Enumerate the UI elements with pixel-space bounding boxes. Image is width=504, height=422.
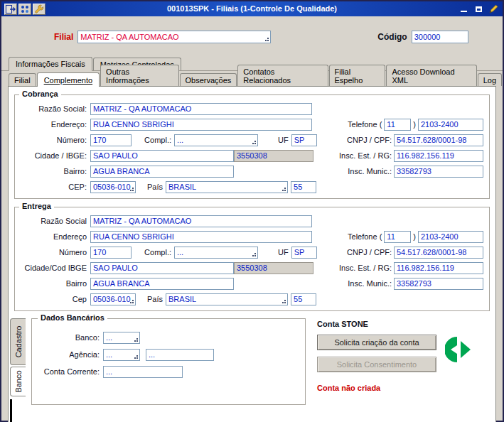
minimize-icon	[461, 11, 467, 12]
razao-social-input[interactable]: MATRIZ - QA AUTOMACAO	[90, 103, 312, 115]
pais-input[interactable]: BRASIL	[166, 181, 288, 193]
filial-label: Filial	[54, 32, 73, 42]
wrench-icon	[34, 4, 44, 14]
bairro-input[interactable]: AGUA BRANCA	[90, 166, 234, 178]
insc-mun-label: Insc. Munic.:	[348, 167, 392, 175]
cnpj-label: CNPJ / CPF:	[347, 248, 392, 256]
numero-label: Número	[19, 248, 90, 256]
cidade-ibge-label: Cidade / IBGE:	[19, 151, 90, 160]
entrega-right-column: Telefone ( 11 ) 2103-2400 CNPJ / CPF: 54…	[313, 229, 483, 291]
insc-est-label: Insc. Est. / RG:	[339, 264, 392, 272]
stone-logo-icon	[445, 335, 473, 364]
cobranca-group: Cobrança Razão Social: MATRIZ - QA AUTOM…	[14, 94, 490, 199]
tab-label: Filial Espelho	[335, 67, 363, 85]
filial-input[interactable]: MATRIZ - QA AUTOMACAO	[77, 31, 271, 43]
telefone-numero-input[interactable]: 2103-2400	[418, 119, 483, 131]
record-header: Filial MATRIZ - QA AUTOMACAO Código 3000…	[1, 16, 503, 57]
insc-mun-input[interactable]: 33582793	[394, 278, 483, 290]
dados-bancarios-group: Dados Bancários Banco: ... Agência: ... …	[31, 318, 306, 405]
codigo-label: Código	[377, 32, 407, 42]
numero-input[interactable]: 170	[90, 247, 132, 259]
tab-outras-informacoes[interactable]: Outras Informações	[100, 65, 178, 86]
telefone-ddd-input[interactable]: 11	[384, 231, 411, 243]
cep-input[interactable]: 05036-010	[90, 181, 136, 193]
solicita-consentimento-button[interactable]: Solicita Consentimento	[317, 357, 436, 372]
edit-pencil-button[interactable]	[488, 4, 500, 14]
telefone-label-close: )	[413, 232, 416, 241]
telefone-label-open: Telefone (	[348, 232, 382, 241]
tab-complemento[interactable]: Complemento	[37, 72, 100, 87]
app-window: 001013SPK - Filiais (1-Controle De Quali…	[0, 0, 504, 422]
tab-label: Outras Informações	[106, 67, 149, 85]
tab-label: Log	[483, 76, 496, 85]
agencia-label: Agência:	[38, 350, 103, 359]
maximize-button[interactable]	[473, 4, 485, 14]
compl-label: Compl.:	[140, 248, 174, 256]
compl-input[interactable]: ...	[174, 247, 258, 259]
dados-bancarios-title: Dados Bancários	[38, 313, 107, 322]
pais-input[interactable]: BRASIL	[166, 293, 288, 305]
razao-social-label: Razão Social:	[19, 104, 90, 113]
endereco-label: Endereço	[19, 232, 90, 241]
codigo-input[interactable]: 300000	[412, 31, 468, 43]
ibge-readonly-field: 3550308	[234, 262, 313, 274]
endereco-input[interactable]: RUA CENNO SBRIGHI	[90, 231, 312, 243]
cep-label: Cep	[19, 295, 90, 303]
razao-social-label: Razão Social	[19, 217, 90, 225]
tab-label: Acesso Download XML	[392, 67, 454, 85]
telefone-ddd-input[interactable]: 11	[384, 119, 411, 131]
cidade-input[interactable]: SAO PAULO	[90, 150, 234, 162]
cnpj-input[interactable]: 54.517.628/0001-98	[394, 247, 483, 259]
conta-corrente-input[interactable]: ...	[103, 366, 183, 378]
telefone-numero-input[interactable]: 2103-2400	[418, 231, 483, 243]
cidade-input[interactable]: SAO PAULO	[90, 262, 234, 274]
tab-filial-espelho[interactable]: Filial Espelho	[329, 65, 386, 86]
cep-input[interactable]: 05036-010	[90, 293, 136, 305]
tab-log[interactable]: Log	[478, 73, 502, 86]
insc-est-input[interactable]: 116.982.156.119	[394, 262, 483, 274]
title-bar[interactable]: 001013SPK - Filiais (1-Controle De Quali…	[1, 1, 503, 16]
insc-mun-input[interactable]: 33582793	[394, 166, 483, 178]
agencia-nome-input[interactable]: ...	[146, 349, 214, 361]
ddi-input[interactable]: 55	[291, 181, 316, 193]
compl-input[interactable]: ...	[174, 134, 258, 146]
telefone-label-open: Telefone (	[348, 120, 382, 129]
tab-label: Contatos Relacionados	[243, 67, 291, 85]
entrega-title: Entrega	[19, 202, 54, 210]
numero-input[interactable]: 170	[90, 134, 132, 146]
minimize-button[interactable]	[458, 4, 470, 14]
conta-stone-title: Conta STONE	[317, 320, 494, 328]
compl-label: Compl.:	[140, 136, 174, 144]
tab-observacoes[interactable]: Observações	[180, 73, 237, 86]
cnpj-label: CNPJ / CPF:	[347, 136, 392, 144]
side-tab-cadastro[interactable]: Cadastro	[10, 318, 26, 365]
insc-est-input[interactable]: 116.982.156.119	[394, 150, 483, 162]
telefone-label-close: )	[413, 120, 416, 129]
tab-label: Informações Fiscais	[16, 60, 85, 68]
tools-button[interactable]	[33, 4, 45, 15]
banco-label: Banco:	[38, 333, 103, 342]
endereco-input[interactable]: RUA CENNO SBRIGHI	[90, 119, 312, 131]
banco-input[interactable]: ...	[103, 332, 140, 344]
tab-filial[interactable]: Filial	[9, 73, 36, 86]
agencia-input[interactable]: ...	[103, 349, 140, 361]
tab-acesso-download-xml[interactable]: Acesso Download XML	[386, 65, 476, 86]
razao-social-input[interactable]: MATRIZ - QA AUTOMACAO	[90, 215, 312, 227]
insc-est-label: Insc. Est. / RG:	[339, 151, 392, 160]
tab-contatos-relacionados[interactable]: Contatos Relacionados	[237, 65, 328, 86]
side-tab-indicator	[10, 399, 12, 422]
ddi-input[interactable]: 55	[291, 293, 316, 305]
cnpj-input[interactable]: 54.517.628/0001-98	[394, 134, 483, 146]
uf-label: UF	[275, 248, 291, 256]
exit-button[interactable]	[4, 4, 17, 15]
tab-informacoes-fiscais[interactable]: Informações Fiscais	[9, 57, 92, 71]
side-tab-banco[interactable]: Banco	[10, 367, 26, 396]
app-menu-button[interactable]	[18, 4, 31, 15]
complemento-tab-page: Cobrança Razão Social: MATRIZ - QA AUTOM…	[8, 86, 496, 422]
pencil-icon	[489, 4, 498, 13]
cidade-ibge-label: Cidade/Cod IBGE	[19, 264, 90, 272]
solicita-criacao-conta-button[interactable]: Solicita criação da conta	[317, 335, 436, 350]
ibge-readonly-field: 3550308	[234, 150, 313, 162]
bairro-input[interactable]: AGUA BRANCA	[90, 278, 234, 290]
uf-label: UF	[275, 136, 291, 144]
